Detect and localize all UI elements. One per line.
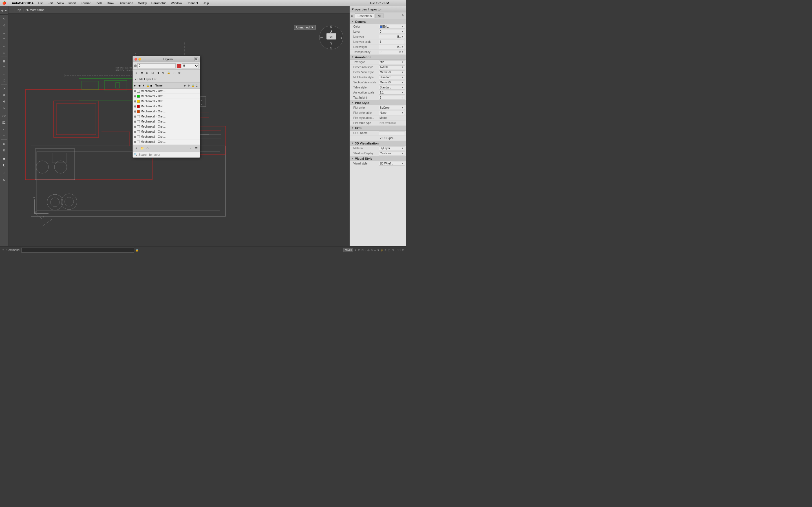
prop-visualstyle-value[interactable]: 2D Wiref... ▼ bbox=[378, 162, 405, 166]
toolbar-rect[interactable]: □ bbox=[1, 50, 8, 56]
menu-tools[interactable]: Tools bbox=[95, 1, 102, 5]
toolbar-btn-1[interactable]: ⊕ bbox=[1, 8, 4, 14]
prop-shadow-value[interactable]: Casts an... ▼ bbox=[378, 152, 405, 156]
layer-tool-9[interactable]: ⊕ bbox=[177, 70, 182, 75]
layer-folder2-btn[interactable]: 🗂 bbox=[145, 146, 150, 151]
toolbar-solid2[interactable]: ◧ bbox=[1, 162, 8, 168]
section-ucs[interactable]: ▼ UCS bbox=[350, 126, 406, 131]
transparency-icon[interactable]: ◑ bbox=[377, 249, 379, 251]
props-edit-btn[interactable]: ✎ bbox=[400, 13, 405, 18]
toolbar-select[interactable]: ↖ bbox=[1, 15, 8, 22]
toolbar-ucs2[interactable]: ⊾ bbox=[1, 176, 8, 182]
layer-search-input[interactable] bbox=[139, 153, 199, 156]
close-button[interactable] bbox=[135, 58, 137, 61]
menu-draw[interactable]: Draw bbox=[107, 1, 114, 5]
layer-row[interactable]: Mechanical – Xref... bbox=[133, 109, 200, 114]
menu-connect[interactable]: Connect bbox=[186, 1, 198, 5]
drawing-area[interactable]: + | Top | 2D Wireframe bbox=[8, 6, 350, 246]
layer-tool-4[interactable]: ⊟ bbox=[150, 70, 155, 75]
viewport-view[interactable]: Top bbox=[16, 8, 21, 11]
toolbar-erase[interactable]: ✕ bbox=[1, 86, 8, 92]
toolbar-rotate[interactable]: ↻ bbox=[1, 105, 8, 111]
prop-plotstyle-value[interactable]: ByColor ▼ bbox=[378, 106, 405, 110]
layer-tool-3[interactable]: ⊞ bbox=[145, 70, 150, 75]
layer-color-box[interactable] bbox=[137, 130, 140, 133]
layer-row[interactable]: Mechanical – Xref... bbox=[133, 139, 200, 145]
layer-minus-btn[interactable]: − bbox=[188, 146, 193, 151]
apple-menu[interactable]: 🍎 bbox=[2, 1, 6, 5]
osnap-icon[interactable]: ⊕ bbox=[371, 249, 373, 251]
toolbar-trim[interactable]: ⌫ bbox=[1, 113, 8, 119]
layer-row[interactable]: Mechanical – Xref... bbox=[133, 129, 200, 134]
prop-detailstyle-value[interactable]: Metric50 ▼ bbox=[378, 70, 405, 74]
toolbar-ucs[interactable]: ⊿ bbox=[1, 170, 8, 176]
prop-ltscale-value[interactable]: 1 bbox=[378, 40, 405, 44]
ortho-icon[interactable]: ⌐ bbox=[365, 249, 366, 251]
prop-lineweight-value[interactable]: ———— B... ▼ bbox=[378, 45, 405, 49]
viewport-plus[interactable]: + bbox=[10, 8, 12, 11]
menu-file[interactable]: File bbox=[38, 1, 43, 5]
toolbar-text[interactable]: T bbox=[1, 64, 8, 70]
layer-row[interactable]: Mechanical – Xref... bbox=[133, 94, 200, 99]
layer-color-box[interactable] bbox=[137, 105, 140, 108]
layers-close-btn[interactable]: ✕ bbox=[194, 57, 198, 61]
toolbar-hatch[interactable]: ▦ bbox=[1, 58, 8, 64]
prop-plotstyle-table-value[interactable]: None ▼ bbox=[378, 111, 405, 115]
layer-color-box[interactable] bbox=[177, 64, 181, 68]
layer-folder-btn[interactable]: 📁 bbox=[140, 146, 145, 151]
section-general[interactable]: ▼ General bbox=[350, 19, 406, 24]
layer-row[interactable]: Mechanical – Xref... bbox=[133, 114, 200, 119]
layer-tool-8[interactable]: ⬚ bbox=[171, 70, 176, 75]
prop-ucsperwp-value[interactable]: ✓ UCS per... bbox=[378, 136, 405, 140]
toolbar-arc[interactable]: ⌒ bbox=[1, 37, 8, 43]
toolbar-copy[interactable]: ⧉ bbox=[1, 92, 8, 98]
prop-transparency-value[interactable]: 0 ⊞ ▼ bbox=[378, 50, 405, 54]
prop-tablestyle-value[interactable]: Standard ▼ bbox=[378, 86, 405, 90]
prop-dimstyle-value[interactable]: 1–100 ▼ bbox=[378, 65, 405, 69]
layer-select[interactable]: 0 bbox=[182, 63, 199, 68]
layer-row[interactable]: Mechanical – Xref... bbox=[133, 104, 200, 109]
layer-row[interactable]: Mechanical – Xref... bbox=[133, 119, 200, 124]
qp-icon[interactable]: ⚡ bbox=[380, 249, 384, 251]
menu-insert[interactable]: Insert bbox=[68, 1, 77, 5]
prop-color-value[interactable]: ByL... ▼ bbox=[378, 25, 405, 29]
menu-window[interactable]: Window bbox=[171, 1, 182, 5]
prop-ucsname-value[interactable] bbox=[378, 131, 405, 135]
layer-color-box[interactable] bbox=[137, 140, 140, 144]
toolbar-fillet[interactable]: ⌐ bbox=[1, 126, 8, 132]
layer-color-box[interactable] bbox=[137, 110, 140, 113]
layer-row[interactable]: Mechanical – Xref... bbox=[133, 99, 200, 104]
layer-tool-1[interactable]: ≡ bbox=[134, 70, 139, 75]
polar-icon[interactable]: ◎ bbox=[367, 249, 370, 251]
layer-menu-btn[interactable]: ☰ bbox=[194, 146, 199, 151]
layer-color-box[interactable] bbox=[137, 95, 140, 98]
layer-add-btn[interactable]: + bbox=[134, 146, 139, 151]
menu-help[interactable]: Help bbox=[202, 1, 209, 5]
layers-list[interactable]: Mechanical – Xref...Mechanical – Xref...… bbox=[133, 89, 200, 145]
section-visualstyle[interactable]: ▼ Visual Style bbox=[350, 156, 406, 161]
section-annotation[interactable]: ▼ Annotation bbox=[350, 55, 406, 60]
prop-linetype-value[interactable]: ———— B... ▼ bbox=[378, 35, 405, 39]
menu-parametric[interactable]: Parametric bbox=[151, 1, 166, 5]
layer-tool-7[interactable]: 🔒 bbox=[166, 70, 171, 75]
app-name[interactable]: AutoCAD 2014 bbox=[12, 1, 33, 5]
layer-color-box[interactable] bbox=[137, 90, 140, 93]
toolbar-select2[interactable]: ⊹ bbox=[1, 22, 8, 28]
layer-tool-2[interactable]: ≣ bbox=[139, 70, 144, 75]
3d-icon[interactable]: ⬚ bbox=[388, 249, 391, 251]
prop-sectionstyle-value[interactable]: Metric50 ▼ bbox=[378, 80, 405, 84]
tab-essentials[interactable]: Essentials bbox=[355, 13, 374, 18]
layer-color-box[interactable] bbox=[137, 115, 140, 118]
prop-layer-value[interactable]: 0 ▼ bbox=[378, 30, 405, 34]
toolbar-extend[interactable]: ⌦ bbox=[1, 119, 8, 126]
menu-format[interactable]: Format bbox=[81, 1, 91, 5]
menu-modify[interactable]: Modify bbox=[138, 1, 147, 5]
layer-tool-6[interactable]: ↺ bbox=[161, 70, 166, 75]
section-3dviz[interactable]: ▼ 3D Visualization bbox=[350, 141, 406, 146]
cad-canvas[interactable]: REF DIG: 102.428 REF SYM: 101.438 REF SY… bbox=[8, 13, 350, 246]
minimize-button[interactable] bbox=[139, 58, 141, 61]
toolbar-snap2[interactable]: ⊟ bbox=[1, 147, 8, 153]
prop-textheight-value[interactable]: 3 ⇅ bbox=[378, 96, 405, 100]
snap-icon[interactable]: ⊞ bbox=[358, 249, 360, 251]
scale-icon[interactable]: ⊞ bbox=[402, 249, 404, 251]
